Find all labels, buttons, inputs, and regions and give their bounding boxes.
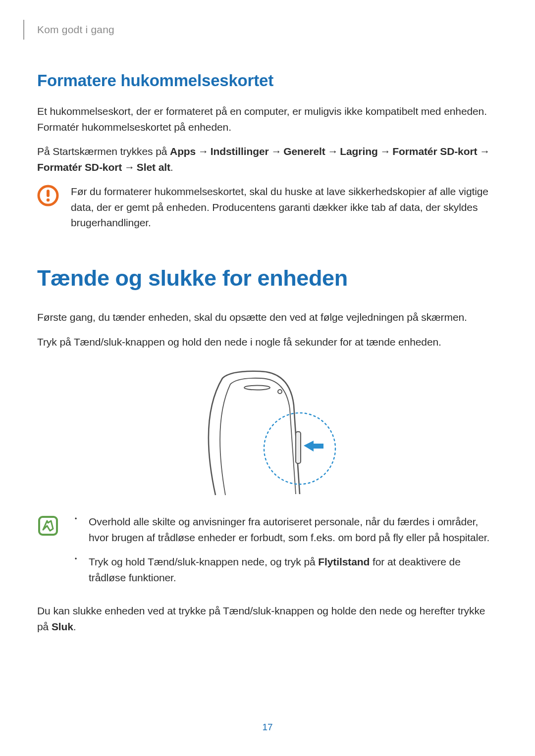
arrow-icon: → — [269, 146, 284, 157]
page-number: 17 — [262, 720, 272, 735]
note-callout: Overhold alle skilte og anvisninger fra … — [37, 514, 498, 594]
path-step-apps: Apps — [170, 146, 196, 157]
phone-power-button-illustration — [196, 366, 339, 497]
path-step-storage: Lagring — [340, 146, 377, 157]
path-step-delete-all: Slet alt — [137, 161, 170, 173]
paragraph: Tryk på Tænd/sluk-knappen og hold den ne… — [37, 334, 498, 350]
list-item: Overhold alle skilte og anvisninger fra … — [89, 514, 498, 545]
warning-callout: Før du formaterer hukommelseskortet, ska… — [37, 184, 498, 231]
section-heading: Formatere hukommelseskortet — [37, 68, 498, 93]
paragraph: Du kan slukke enheden ved at trykke på T… — [37, 603, 498, 634]
list-item: Tryk og hold Tænd/sluk-knappen nede, og … — [89, 554, 498, 585]
device-figure — [37, 366, 498, 497]
note-bullet-list: Overhold alle skilte og anvisninger fra … — [71, 514, 498, 585]
section-format-memory-card: Formatere hukommelseskortet Et hukommels… — [37, 68, 498, 231]
svg-rect-1 — [47, 190, 50, 197]
section-power-on-off: Tænde og slukke for enheden Første gang,… — [37, 261, 498, 635]
text: Tryk og hold Tænd/sluk-knappen nede, og … — [89, 556, 318, 567]
path-step-format-sd-2: Formatér SD-kort — [37, 161, 122, 173]
svg-point-2 — [47, 199, 50, 202]
note-body: Overhold alle skilte og anvisninger fra … — [71, 514, 498, 594]
path-step-settings: Indstillinger — [211, 146, 269, 157]
svg-rect-8 — [39, 517, 57, 535]
text: . — [170, 161, 173, 173]
paragraph: Et hukommelseskort, der er formateret på… — [37, 103, 498, 135]
bold-flytilstand: Flytilstand — [318, 556, 370, 567]
arrow-icon: → — [477, 146, 489, 157]
pointer-arrow-icon — [304, 441, 323, 452]
svg-point-3 — [244, 386, 270, 390]
svg-rect-5 — [296, 432, 301, 463]
note-icon — [37, 515, 59, 537]
paragraph-nav-path: På Startskærmen trykkes på Apps → Indsti… — [37, 144, 498, 175]
page-header: Kom godt i gang — [23, 20, 498, 40]
text: Du kan slukke enheden ved at trykke på T… — [37, 605, 485, 632]
arrow-icon: → — [196, 146, 211, 157]
svg-point-4 — [278, 390, 282, 394]
text: . — [73, 621, 76, 632]
warning-text: Før du formaterer hukommelseskortet, ska… — [71, 184, 498, 231]
text: På Startskærmen trykkes på — [37, 146, 170, 157]
arrow-icon: → — [378, 146, 393, 157]
breadcrumb: Kom godt i gang — [37, 22, 498, 38]
chapter-heading: Tænde og slukke for enheden — [37, 261, 498, 295]
path-step-general: Generelt — [283, 146, 325, 157]
path-step-format-sd: Formatér SD-kort — [392, 146, 477, 157]
arrow-icon: → — [122, 161, 137, 173]
arrow-icon: → — [325, 146, 340, 157]
paragraph: Første gang, du tænder enheden, skal du … — [37, 309, 498, 325]
svg-marker-7 — [304, 441, 323, 452]
bold-sluk: Sluk — [52, 621, 73, 632]
warning-icon — [37, 185, 59, 206]
